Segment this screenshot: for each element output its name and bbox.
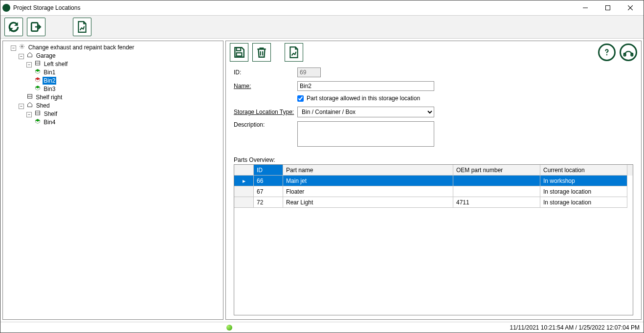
help-button[interactable] xyxy=(598,44,616,61)
col-id[interactable]: ID xyxy=(254,165,283,176)
table-row[interactable]: 67FloaterIn storage location xyxy=(234,186,633,197)
support-button[interactable] xyxy=(620,44,637,61)
description-label: Description: xyxy=(234,121,297,128)
svg-rect-1 xyxy=(606,6,610,10)
tree-node-left-shelf[interactable]: Left shelf xyxy=(43,60,69,68)
cell-location: In workshop xyxy=(540,176,627,186)
window-title: Project Storage Locations xyxy=(13,4,80,11)
tree-expander-icon[interactable]: − xyxy=(26,62,32,67)
type-select[interactable]: Bin / Container / Box xyxy=(297,107,434,117)
tree-node-bin2[interactable]: Bin2 xyxy=(43,77,56,85)
title-bar: Project Storage Locations xyxy=(0,0,644,15)
tree-expander-icon[interactable]: − xyxy=(11,45,16,51)
maximize-button[interactable] xyxy=(597,0,619,15)
tree-expander-icon[interactable]: − xyxy=(19,54,24,59)
cell-name: Rear Light xyxy=(283,197,453,208)
detail-toolbar xyxy=(226,41,641,64)
detail-panel: ID: Name: Part storage allowed in this s… xyxy=(225,41,642,320)
shelf-icon xyxy=(34,60,41,67)
bin-icon xyxy=(34,118,41,125)
cell-oem: 4711 xyxy=(453,197,540,208)
bin-icon xyxy=(34,76,41,83)
id-field xyxy=(297,67,321,77)
gear-icon xyxy=(19,43,25,50)
cell-id: 72 xyxy=(254,197,283,208)
window-controls xyxy=(574,0,642,15)
name-label: Name: xyxy=(234,83,297,89)
status-timestamps: 11/11/2021 10:21:54 AM / 1/25/2022 12:07… xyxy=(510,324,640,331)
cell-oem xyxy=(453,186,540,197)
status-indicator-icon xyxy=(226,325,232,331)
row-indicator-icon xyxy=(234,197,254,208)
status-bar: 11/11/2021 10:21:54 AM / 1/25/2022 12:07… xyxy=(0,322,644,333)
col-part-name[interactable]: Part name xyxy=(283,165,453,176)
home-icon xyxy=(26,101,33,108)
tree-node-garage[interactable]: Garage xyxy=(35,52,57,60)
close-button[interactable] xyxy=(619,0,642,15)
row-indicator-icon xyxy=(234,186,254,197)
tree-expander-icon[interactable]: − xyxy=(26,112,32,117)
type-label: Storage Location Type: xyxy=(234,109,297,115)
svg-point-16 xyxy=(606,54,608,56)
location-tree[interactable]: − Change exhaust and repaint back fender… xyxy=(2,41,223,320)
svg-rect-13 xyxy=(237,53,242,56)
tree-node-bin4[interactable]: Bin4 xyxy=(43,118,56,126)
delete-button[interactable] xyxy=(252,43,271,62)
app-icon xyxy=(2,4,10,12)
allow-storage-checkbox[interactable] xyxy=(297,95,304,102)
parts-overview-label: Parts Overview: xyxy=(234,156,633,163)
col-location[interactable]: Current location xyxy=(540,165,627,176)
tree-root[interactable]: Change exhaust and repaint back fender xyxy=(27,44,135,51)
cell-oem xyxy=(453,176,540,186)
svg-point-5 xyxy=(22,46,23,47)
report-button[interactable] xyxy=(73,18,91,36)
id-label: ID: xyxy=(234,69,297,76)
svg-rect-12 xyxy=(237,47,241,51)
table-row[interactable]: 72Rear Light4711In storage location xyxy=(234,197,633,208)
table-body: ▸66Main jetIn workshop67FloaterIn storag… xyxy=(234,176,633,315)
name-field[interactable] xyxy=(297,81,434,91)
bin-icon xyxy=(34,85,41,91)
col-oem[interactable]: OEM part number xyxy=(453,165,540,176)
home-icon xyxy=(26,51,33,58)
main-toolbar xyxy=(0,15,644,39)
tree-node-bin3[interactable]: Bin3 xyxy=(43,85,56,93)
tree-node-shelf[interactable]: Shelf xyxy=(43,110,58,118)
minimize-button[interactable] xyxy=(574,0,597,15)
shelf-icon xyxy=(26,93,33,100)
row-indicator-icon: ▸ xyxy=(234,176,254,186)
parts-table[interactable]: ID Part name OEM part number Current loc… xyxy=(234,164,633,315)
table-row[interactable]: ▸66Main jetIn workshop xyxy=(234,176,633,186)
cell-name: Floater xyxy=(283,186,453,197)
cell-location: In storage location xyxy=(540,186,627,197)
tree-node-shelf-right[interactable]: Shelf right xyxy=(35,93,63,101)
cell-id: 66 xyxy=(254,176,283,186)
save-button[interactable] xyxy=(230,43,248,62)
description-field[interactable] xyxy=(297,121,434,147)
refresh-button[interactable] xyxy=(4,18,23,36)
bin-icon xyxy=(34,68,41,75)
form: ID: Name: Part storage allowed in this s… xyxy=(226,64,641,155)
shelf-icon xyxy=(34,110,41,116)
table-header: ID Part name OEM part number Current loc… xyxy=(234,165,633,176)
allow-storage-label: Part storage allowed in this storage loc… xyxy=(307,95,420,102)
detail-report-button[interactable] xyxy=(285,43,303,62)
tree-node-shed[interactable]: Shed xyxy=(35,102,51,110)
cell-name: Main jet xyxy=(283,176,453,186)
cell-location: In storage location xyxy=(540,197,627,208)
tree-node-bin1[interactable]: Bin1 xyxy=(43,68,56,76)
cell-id: 67 xyxy=(254,186,283,197)
tree-expander-icon[interactable]: − xyxy=(19,104,24,109)
export-button[interactable] xyxy=(27,18,45,36)
